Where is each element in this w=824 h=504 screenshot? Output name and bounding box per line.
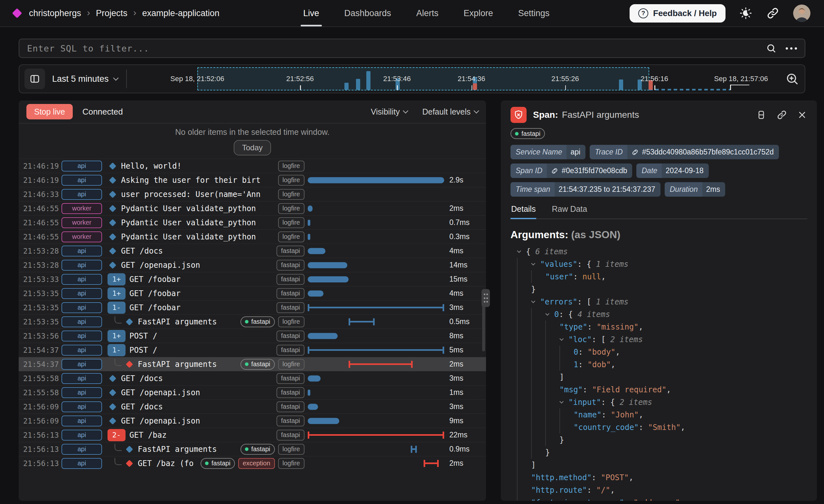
trace-row[interactable]: 21:53:28apiGET /openapi.jsonfastapi14ms <box>19 258 486 272</box>
json-token: "http.route" <box>531 486 587 495</box>
trace-row[interactable]: 21:55:58apiGET /docsfastapi3ms <box>19 371 486 385</box>
search-icon[interactable] <box>766 43 777 54</box>
span-detail-header: Span: FastAPI arguments <box>511 107 807 123</box>
json-indent-guide <box>517 320 531 333</box>
row-body: GET /openapi.jsonfastapi <box>106 387 308 398</box>
trace-row[interactable]: 21:54:37apiFastAPI argumentsfastapilogfi… <box>19 357 486 371</box>
sql-filter-input[interactable]: Enter SQL to filter... <box>19 38 805 58</box>
trace-row[interactable]: 21:46:55workerPydantic User validate_pyt… <box>19 215 486 229</box>
trace-row[interactable]: 21:53:28apiGET /docsfastapi4ms <box>19 243 486 258</box>
trace-row[interactable]: 21:53:56api1+POST /fastapi8ms <box>19 329 486 343</box>
nav-item-label: Settings <box>518 8 550 18</box>
collapse-chevron-icon[interactable] <box>545 313 554 316</box>
sidebar-toggle-button[interactable] <box>24 69 45 89</box>
row-timestamp: 21:56:09 <box>19 403 57 411</box>
collapse-count-badge[interactable]: 1- <box>107 344 125 356</box>
close-icon[interactable] <box>797 110 807 120</box>
tab-explore[interactable]: Explore <box>463 0 493 26</box>
active-tab-underline <box>511 218 536 219</box>
duration-bar <box>308 262 347 268</box>
trace-row[interactable]: 21:54:37api1-POST /fastapi5ms <box>19 343 486 357</box>
json-indent-guide <box>531 320 545 333</box>
tag-badge-worker: worker <box>62 231 102 242</box>
logfire-logo-icon[interactable] <box>12 8 22 18</box>
user-avatar[interactable] <box>793 4 811 22</box>
trace-row[interactable]: 21:53:33api1+GET /foobarfastapi15ms <box>19 272 486 286</box>
json-token: 1 items <box>596 297 628 306</box>
stop-live-button[interactable]: Stop live <box>26 104 73 119</box>
tab-settings[interactable]: Settings <box>518 0 550 26</box>
meta-pill-trace-id[interactable]: Trace ID#53ddc40980a86b57bfe89c1cc01c752… <box>590 145 779 159</box>
timeline-label: 21:54:36 <box>458 75 485 83</box>
today-button[interactable]: Today <box>234 140 271 156</box>
trace-row[interactable]: 21:53:35api1+GET /foobarfastapi4ms <box>19 286 486 300</box>
trace-row[interactable]: 21:56:13api2-GET /bazfastapi22ms <box>19 428 486 442</box>
collapse-chevron-icon[interactable] <box>517 250 526 253</box>
collapse-count-badge[interactable]: 1- <box>107 302 125 314</box>
tab-dashboards[interactable]: Dashboards <box>344 0 391 26</box>
row-duration-bar-zone <box>308 400 444 414</box>
collapse-chevron-icon[interactable] <box>559 401 569 404</box>
feedback-help-button[interactable]: ? Feedback / Help <box>630 4 725 22</box>
share-link-icon[interactable] <box>766 6 780 20</box>
collapse-chevron-icon[interactable] <box>559 338 569 341</box>
meta-pill-duration[interactable]: Duration2ms <box>665 182 725 197</box>
breadcrumb-item-example-application[interactable]: example-application <box>142 8 219 18</box>
tab-raw-data[interactable]: Raw Data <box>551 204 588 218</box>
copy-link-icon[interactable] <box>777 109 787 120</box>
collapse-chevron-icon[interactable] <box>531 300 540 303</box>
trace-row[interactable]: 21:46:55workerPydantic User validate_pyt… <box>19 229 486 243</box>
tag-badge-api: api <box>62 359 102 370</box>
top-bar: christophergs›Projects›example-applicati… <box>0 0 824 27</box>
row-timestamp: 21:46:19 <box>19 162 57 170</box>
nav-item-label: Live <box>303 8 319 18</box>
json-indent-guide <box>517 433 531 446</box>
theme-toggle-icon[interactable] <box>739 6 752 20</box>
zoom-in-icon[interactable] <box>785 72 800 86</box>
link-icon[interactable] <box>551 167 558 175</box>
tab-alerts[interactable]: Alerts <box>416 0 438 26</box>
breadcrumb-item-Projects[interactable]: Projects <box>96 8 127 18</box>
scope-badge-fastapi: fastapi <box>277 330 305 341</box>
trace-row[interactable]: 21:55:58apiGET /openapi.jsonfastapi1ms <box>19 385 486 399</box>
link-icon[interactable] <box>631 148 639 156</box>
split-panel-icon[interactable] <box>756 109 767 120</box>
collapse-count-badge[interactable]: 2- <box>107 429 125 441</box>
trace-row[interactable]: 21:46:19apiAsking the user for their bir… <box>19 173 486 187</box>
collapse-count-badge[interactable]: 1+ <box>107 330 125 342</box>
collapse-chevron-icon[interactable] <box>531 263 540 266</box>
trace-row[interactable]: 21:46:55workerPydantic User validate_pyt… <box>19 201 486 215</box>
json-line: "fastapi.route.name": "add_user", <box>511 496 807 501</box>
more-options-icon[interactable] <box>786 47 797 49</box>
trace-row[interactable]: 21:56:13apiGET /baz (fofastapiexceptionl… <box>19 456 486 470</box>
trace-row[interactable]: 21:53:35apiFastAPI argumentsfastapilogfi… <box>19 314 486 329</box>
row-duration-label: 3ms <box>444 402 486 411</box>
breadcrumb-separator-icon: › <box>133 7 136 18</box>
timeline-label: 21:52:56 <box>286 75 314 83</box>
collapse-count-badge[interactable]: 1+ <box>107 287 125 300</box>
row-duration-label: 15ms <box>444 275 486 284</box>
timeline-selection[interactable] <box>197 67 649 90</box>
trace-row[interactable]: 21:56:09apiGET /docsfastapi3ms <box>19 399 486 414</box>
timeline-histogram[interactable]: Sep 18, 21:52:0621:52:5621:53:4621:54:36… <box>134 65 777 93</box>
meta-pill-date[interactable]: Date2024-09-18 <box>636 164 708 178</box>
time-range-selector[interactable]: Last 5 minutes <box>52 74 118 84</box>
json-token: ] <box>531 461 536 470</box>
panel-resize-handle[interactable] <box>482 289 490 307</box>
trace-row[interactable]: 21:46:33apiuser processed: User(name='An… <box>19 187 486 201</box>
meta-pill-time-span[interactable]: Time span21:54:37.235 to 21:54:37.237 <box>511 182 660 197</box>
tab-live[interactable]: Live <box>303 0 319 26</box>
visibility-dropdown[interactable]: Visibility <box>371 107 408 116</box>
breadcrumb-item-christophergs[interactable]: christophergs <box>29 8 81 18</box>
meta-pill-span-id[interactable]: Span ID#0e31f5fd70e08cdb <box>511 164 632 178</box>
trace-row[interactable]: 21:56:13apiFastAPI argumentsfastapilogfi… <box>19 442 486 456</box>
meta-pill-service-name[interactable]: Service Nameapi <box>511 145 586 159</box>
collapse-count-badge[interactable]: 1+ <box>107 273 125 286</box>
trace-row[interactable]: 21:53:35api1-GET /foobarfastapi3ms <box>19 300 486 314</box>
default-levels-dropdown[interactable]: Default levels <box>422 107 478 116</box>
trace-row[interactable]: 21:46:19apiHello, world!logfire <box>19 159 486 173</box>
trace-row[interactable]: 21:56:09apiGET /openapi.jsonfastapi9ms <box>19 414 486 428</box>
tab-details[interactable]: Details <box>511 204 536 218</box>
row-duration-bar-zone <box>308 216 444 229</box>
json-token: : <box>578 347 588 357</box>
